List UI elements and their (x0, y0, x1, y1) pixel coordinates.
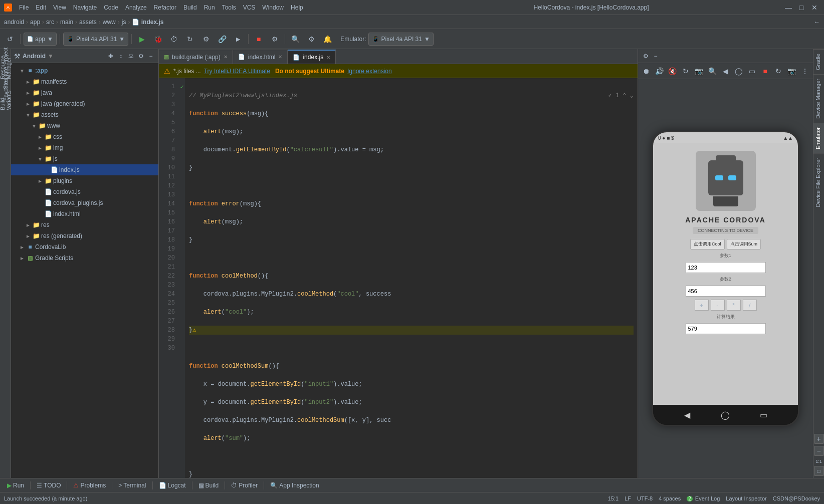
sync-button[interactable]: ↻ (183, 32, 197, 46)
param2-input[interactable] (686, 286, 766, 297)
breadcrumb-file[interactable]: 📄 index.js (132, 19, 163, 26)
menu-refactor[interactable]: Refactor (151, 3, 179, 12)
menu-analyze[interactable]: Analyze (122, 3, 150, 12)
menu-run[interactable]: Run (201, 3, 218, 12)
menu-view[interactable]: View (50, 3, 69, 12)
breadcrumb-assets[interactable]: assets (79, 19, 97, 26)
tree-item-index-html[interactable]: 📄 index.html (11, 208, 158, 219)
device-manager-tab[interactable]: Device Manager (813, 74, 824, 123)
ignore-extension-link[interactable]: Ignore extension (347, 68, 392, 75)
gradle-tab[interactable]: Gradle (813, 49, 824, 74)
menu-tools[interactable]: Tools (219, 3, 239, 12)
stop-button[interactable]: ■ (252, 32, 266, 46)
code-content[interactable]: // MyPlugTest2\www\js\index.js✓ 1 ⌃ ⌄ fu… (185, 78, 638, 478)
divide-button[interactable]: / (743, 300, 757, 311)
phone-home-button[interactable]: ◯ (719, 409, 731, 421)
search-button[interactable]: 🔍 (288, 32, 302, 46)
layout-inspector-link[interactable]: Layout Inspector (726, 495, 766, 501)
more-run-tools[interactable]: ► (231, 32, 245, 46)
tab-close-js[interactable]: ✕ (326, 55, 330, 60)
tree-item-manifests[interactable]: ► 📁 manifests (11, 76, 158, 87)
more-options-button[interactable]: ⋮ (800, 65, 810, 77)
zoom-out-button[interactable]: − (814, 446, 824, 456)
menu-window[interactable]: Window (259, 3, 287, 12)
back-icon[interactable]: ← (814, 19, 820, 26)
todo-panel-button[interactable]: ☰ TODO (33, 480, 65, 491)
plus-button[interactable]: + (695, 300, 709, 311)
logcat-panel-button[interactable]: 📄 Logcat (155, 480, 190, 491)
tab-index-js[interactable]: 📄 index.js ✕ (288, 50, 336, 64)
device-file-explorer-tab[interactable]: Device File Explorer (813, 153, 824, 211)
terminal-panel-button[interactable]: > Terminal (114, 480, 150, 491)
settings2-button[interactable]: ⚙ (304, 32, 318, 46)
back-button[interactable]: ◀ (720, 65, 730, 77)
tree-item-assets[interactable]: ▼ 📁 assets (11, 109, 158, 120)
menu-build[interactable]: Build (180, 3, 200, 12)
build-variants-tab[interactable]: Build Variants (1, 95, 11, 105)
problems-panel-button[interactable]: ⚠ Problems (69, 480, 110, 491)
tree-item-res[interactable]: ► 📁 res (11, 219, 158, 230)
breadcrumb-js[interactable]: js (122, 19, 126, 26)
close-button[interactable]: ✕ (809, 2, 820, 13)
breadcrumb-main[interactable]: main (60, 19, 73, 26)
tree-item-app[interactable]: ▼ ■ :app (11, 65, 158, 76)
phone-recents-button[interactable]: ▭ (758, 409, 770, 421)
event-log-link[interactable]: 2 Event Log (687, 495, 720, 501)
do-not-suggest-link[interactable]: Do not suggest Ultimate (275, 68, 344, 75)
tree-item-gradle-scripts[interactable]: ► ▩ Gradle Scripts (11, 253, 158, 264)
cold-boot-button[interactable]: ↻ (773, 65, 783, 77)
emulator-minimize-icon[interactable]: − (651, 52, 660, 61)
app-inspection-panel-button[interactable]: 🔍 App Inspection (266, 480, 323, 491)
notifications-button[interactable]: 🔔 (320, 32, 334, 46)
menu-help[interactable]: Help (288, 3, 306, 12)
recents-button[interactable]: ▭ (747, 65, 757, 77)
emulator-settings-icon[interactable]: ⚙ (641, 52, 650, 61)
zoom-in-button[interactable]: + (814, 434, 824, 444)
panel-settings-icon[interactable]: ⚙ (136, 52, 145, 61)
power-button[interactable]: ⏺ (641, 65, 651, 77)
param1-input[interactable] (686, 262, 766, 273)
menu-navigate[interactable]: Navigate (70, 3, 100, 12)
emulator-side-tab[interactable]: Emulator (813, 123, 824, 153)
breadcrumb-www[interactable]: www (103, 19, 116, 26)
mute-button[interactable]: 🔇 (668, 65, 678, 77)
menu-code[interactable]: Code (101, 3, 121, 12)
tree-item-java[interactable]: ► 📁 java (11, 87, 158, 98)
tab-build-gradle[interactable]: ▩ build.gradle (:app) ✕ (159, 50, 233, 64)
settings-button[interactable]: ⚙ (268, 32, 282, 46)
stop-emulator-button[interactable]: ■ (760, 65, 770, 77)
breadcrumb-src[interactable]: src (46, 19, 54, 26)
tree-item-css[interactable]: ► 📁 css (11, 131, 158, 142)
calc-result-input[interactable] (686, 323, 766, 334)
home-button[interactable]: ◯ (734, 65, 744, 77)
gradle-sync-button[interactable]: ⚙ (199, 32, 213, 46)
tab-index-html[interactable]: 📄 index.html ✕ (233, 50, 288, 64)
profiler-panel-button[interactable]: ⏱ Profiler (227, 480, 262, 491)
tree-item-cordova-plugins-js[interactable]: 📄 cordova_plugins.js (11, 197, 158, 208)
zoom-button[interactable]: 🔍 (707, 65, 717, 77)
minimize-button[interactable]: — (783, 2, 794, 13)
rotate-button[interactable]: ↻ (681, 65, 691, 77)
debug-button[interactable]: 🐞 (151, 32, 165, 46)
breadcrumb-app[interactable]: app (30, 19, 40, 26)
tree-item-cordova-js[interactable]: 📄 cordova.js (11, 186, 158, 197)
menu-file[interactable]: File (16, 3, 32, 12)
build-panel-button[interactable]: ▩ Build (194, 480, 223, 491)
tab-close-gradle[interactable]: ✕ (224, 54, 228, 60)
tree-item-www[interactable]: ▼ 📁 www (11, 120, 158, 131)
csdn-link[interactable]: CSDN@PSDookey (773, 495, 820, 501)
sum-button[interactable]: 点击调用Sum (727, 239, 761, 249)
collapse-icon[interactable]: ↕ (116, 52, 125, 61)
camera-button[interactable]: 📷 (786, 65, 796, 77)
emulator-device-selector[interactable]: 📱 Pixel 4a API 31 ▼ (368, 33, 434, 46)
run-panel-button[interactable]: ▶ Run (3, 480, 28, 491)
screenshot-button[interactable]: 📷 (694, 65, 704, 77)
tree-item-cordovalib[interactable]: ► ■ CordovaLib (11, 241, 158, 253)
app-selector[interactable]: 📄 app ▼ (24, 33, 57, 46)
new-item-icon[interactable]: ✚ (106, 52, 115, 61)
panel-close-icon[interactable]: − (146, 52, 155, 61)
phone-back-button[interactable]: ◀ (681, 409, 693, 421)
undo-button[interactable]: ↺ (3, 32, 17, 46)
volume-up-button[interactable]: 🔊 (654, 65, 664, 77)
tab-close-html[interactable]: ✕ (278, 54, 282, 60)
